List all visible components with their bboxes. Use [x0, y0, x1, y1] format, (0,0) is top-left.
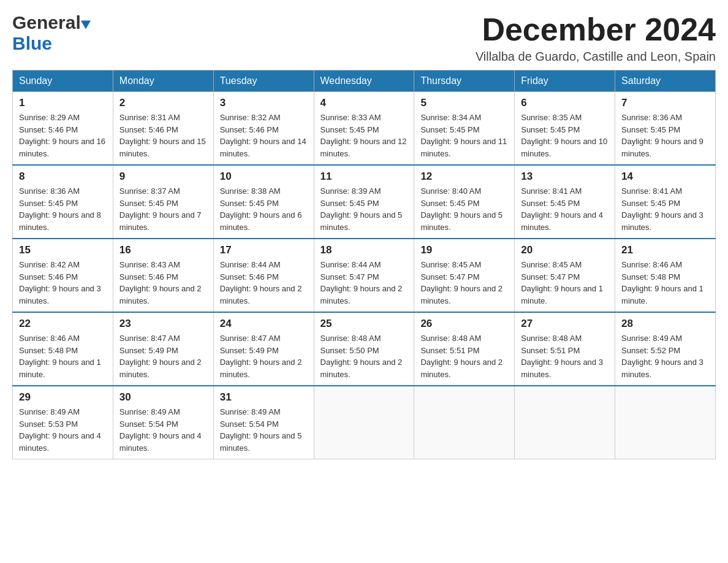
- day-info: Sunrise: 8:47 AMSunset: 5:49 PMDaylight:…: [119, 332, 207, 380]
- day-number: 26: [420, 318, 508, 330]
- day-info: Sunrise: 8:45 AMSunset: 5:47 PMDaylight:…: [521, 259, 609, 307]
- logo-general-text: General: [12, 12, 81, 33]
- day-number: 3: [220, 97, 308, 109]
- calendar-day-cell: [515, 386, 615, 459]
- day-info: Sunrise: 8:44 AMSunset: 5:47 PMDaylight:…: [320, 259, 408, 307]
- calendar-day-cell: 7Sunrise: 8:36 AMSunset: 5:45 PMDaylight…: [615, 92, 716, 166]
- calendar-day-cell: 17Sunrise: 8:44 AMSunset: 5:46 PMDayligh…: [213, 239, 314, 312]
- calendar-week-row: 8Sunrise: 8:36 AMSunset: 5:45 PMDaylight…: [13, 165, 716, 239]
- day-info: Sunrise: 8:41 AMSunset: 5:45 PMDaylight:…: [521, 185, 609, 233]
- day-number: 12: [420, 170, 508, 183]
- location-subtitle: Villalba de Guardo, Castille and Leon, S…: [476, 50, 716, 64]
- day-info: Sunrise: 8:39 AMSunset: 5:45 PMDaylight:…: [320, 185, 408, 233]
- column-header-thursday: Thursday: [414, 71, 515, 92]
- day-number: 1: [19, 97, 107, 109]
- day-number: 8: [19, 170, 107, 183]
- day-info: Sunrise: 8:36 AMSunset: 5:45 PMDaylight:…: [621, 112, 709, 159]
- day-info: Sunrise: 8:42 AMSunset: 5:46 PMDaylight:…: [19, 259, 107, 307]
- day-number: 5: [420, 97, 508, 109]
- day-info: Sunrise: 8:35 AMSunset: 5:45 PMDaylight:…: [521, 112, 609, 159]
- day-number: 16: [119, 244, 207, 256]
- title-block: December 2024 Villalba de Guardo, Castil…: [476, 12, 716, 64]
- calendar-day-cell: 13Sunrise: 8:41 AMSunset: 5:45 PMDayligh…: [515, 165, 615, 239]
- calendar-day-cell: 21Sunrise: 8:46 AMSunset: 5:48 PMDayligh…: [615, 239, 716, 312]
- day-info: Sunrise: 8:46 AMSunset: 5:48 PMDaylight:…: [19, 332, 107, 380]
- day-info: Sunrise: 8:49 AMSunset: 5:54 PMDaylight:…: [119, 406, 207, 454]
- day-number: 31: [220, 391, 308, 404]
- calendar-day-cell: 15Sunrise: 8:42 AMSunset: 5:46 PMDayligh…: [13, 239, 113, 312]
- column-header-saturday: Saturday: [615, 71, 716, 92]
- day-number: 28: [621, 318, 709, 330]
- day-info: Sunrise: 8:48 AMSunset: 5:50 PMDaylight:…: [320, 332, 408, 380]
- day-info: Sunrise: 8:45 AMSunset: 5:47 PMDaylight:…: [420, 259, 508, 307]
- column-header-friday: Friday: [515, 71, 615, 92]
- day-number: 14: [621, 170, 709, 183]
- day-number: 30: [119, 391, 207, 404]
- calendar-day-cell: 28Sunrise: 8:49 AMSunset: 5:52 PMDayligh…: [615, 312, 716, 386]
- day-info: Sunrise: 8:34 AMSunset: 5:45 PMDaylight:…: [420, 112, 508, 159]
- calendar-day-cell: 27Sunrise: 8:48 AMSunset: 5:51 PMDayligh…: [515, 312, 615, 386]
- calendar-day-cell: 6Sunrise: 8:35 AMSunset: 5:45 PMDaylight…: [515, 92, 615, 166]
- month-title: December 2024: [476, 12, 716, 47]
- day-number: 27: [521, 318, 609, 330]
- calendar-day-cell: 31Sunrise: 8:49 AMSunset: 5:54 PMDayligh…: [213, 386, 314, 459]
- day-number: 22: [19, 318, 107, 330]
- day-info: Sunrise: 8:49 AMSunset: 5:52 PMDaylight:…: [621, 332, 709, 380]
- page-header: General Blue December 2024 Villalba de G…: [12, 12, 716, 64]
- day-number: 11: [320, 170, 408, 183]
- column-header-tuesday: Tuesday: [213, 71, 314, 92]
- calendar-day-cell: 10Sunrise: 8:38 AMSunset: 5:45 PMDayligh…: [213, 165, 314, 239]
- day-number: 24: [220, 318, 308, 330]
- calendar-day-cell: 23Sunrise: 8:47 AMSunset: 5:49 PMDayligh…: [113, 312, 213, 386]
- calendar-day-cell: 16Sunrise: 8:43 AMSunset: 5:46 PMDayligh…: [113, 239, 213, 312]
- calendar-day-cell: 8Sunrise: 8:36 AMSunset: 5:45 PMDaylight…: [13, 165, 113, 239]
- calendar-day-cell: 3Sunrise: 8:32 AMSunset: 5:46 PMDaylight…: [213, 92, 314, 166]
- day-number: 19: [420, 244, 508, 256]
- logo-blue-text: Blue: [12, 33, 52, 54]
- day-number: 15: [19, 244, 107, 256]
- calendar-day-cell: 26Sunrise: 8:48 AMSunset: 5:51 PMDayligh…: [414, 312, 515, 386]
- calendar-day-cell: 2Sunrise: 8:31 AMSunset: 5:46 PMDaylight…: [113, 92, 213, 166]
- calendar-day-cell: 20Sunrise: 8:45 AMSunset: 5:47 PMDayligh…: [515, 239, 615, 312]
- day-info: Sunrise: 8:49 AMSunset: 5:54 PMDaylight:…: [220, 406, 308, 454]
- day-info: Sunrise: 8:38 AMSunset: 5:45 PMDaylight:…: [220, 185, 308, 233]
- day-info: Sunrise: 8:43 AMSunset: 5:46 PMDaylight:…: [119, 259, 207, 307]
- logo: General Blue: [12, 12, 91, 54]
- calendar-day-cell: [615, 386, 716, 459]
- calendar-day-cell: [414, 386, 515, 459]
- day-info: Sunrise: 8:46 AMSunset: 5:48 PMDaylight:…: [621, 259, 709, 307]
- day-info: Sunrise: 8:33 AMSunset: 5:45 PMDaylight:…: [320, 112, 408, 159]
- calendar-day-cell: 25Sunrise: 8:48 AMSunset: 5:50 PMDayligh…: [314, 312, 414, 386]
- day-number: 4: [320, 97, 408, 109]
- day-number: 29: [19, 391, 107, 404]
- calendar-day-cell: [314, 386, 414, 459]
- day-info: Sunrise: 8:47 AMSunset: 5:49 PMDaylight:…: [220, 332, 308, 380]
- day-info: Sunrise: 8:49 AMSunset: 5:53 PMDaylight:…: [19, 406, 107, 454]
- day-info: Sunrise: 8:40 AMSunset: 5:45 PMDaylight:…: [420, 185, 508, 233]
- day-number: 18: [320, 244, 408, 256]
- calendar-week-row: 29Sunrise: 8:49 AMSunset: 5:53 PMDayligh…: [13, 386, 716, 459]
- day-number: 17: [220, 244, 308, 256]
- calendar-header-row: SundayMondayTuesdayWednesdayThursdayFrid…: [13, 71, 716, 92]
- day-info: Sunrise: 8:37 AMSunset: 5:45 PMDaylight:…: [119, 185, 207, 233]
- calendar-day-cell: 9Sunrise: 8:37 AMSunset: 5:45 PMDaylight…: [113, 165, 213, 239]
- column-header-monday: Monday: [113, 71, 213, 92]
- logo-arrow-icon: [81, 17, 93, 29]
- day-info: Sunrise: 8:31 AMSunset: 5:46 PMDaylight:…: [119, 112, 207, 159]
- calendar-week-row: 15Sunrise: 8:42 AMSunset: 5:46 PMDayligh…: [13, 239, 716, 312]
- day-number: 9: [119, 170, 207, 183]
- day-number: 13: [521, 170, 609, 183]
- day-number: 10: [220, 170, 308, 183]
- calendar-day-cell: 22Sunrise: 8:46 AMSunset: 5:48 PMDayligh…: [13, 312, 113, 386]
- day-info: Sunrise: 8:44 AMSunset: 5:46 PMDaylight:…: [220, 259, 308, 307]
- calendar-day-cell: 29Sunrise: 8:49 AMSunset: 5:53 PMDayligh…: [13, 386, 113, 459]
- day-number: 2: [119, 97, 207, 109]
- column-header-wednesday: Wednesday: [314, 71, 414, 92]
- calendar-day-cell: 18Sunrise: 8:44 AMSunset: 5:47 PMDayligh…: [314, 239, 414, 312]
- day-info: Sunrise: 8:36 AMSunset: 5:45 PMDaylight:…: [19, 185, 107, 233]
- day-number: 25: [320, 318, 408, 330]
- calendar-day-cell: 30Sunrise: 8:49 AMSunset: 5:54 PMDayligh…: [113, 386, 213, 459]
- day-number: 21: [621, 244, 709, 256]
- day-number: 7: [621, 97, 709, 109]
- calendar-table: SundayMondayTuesdayWednesdayThursdayFrid…: [12, 70, 716, 459]
